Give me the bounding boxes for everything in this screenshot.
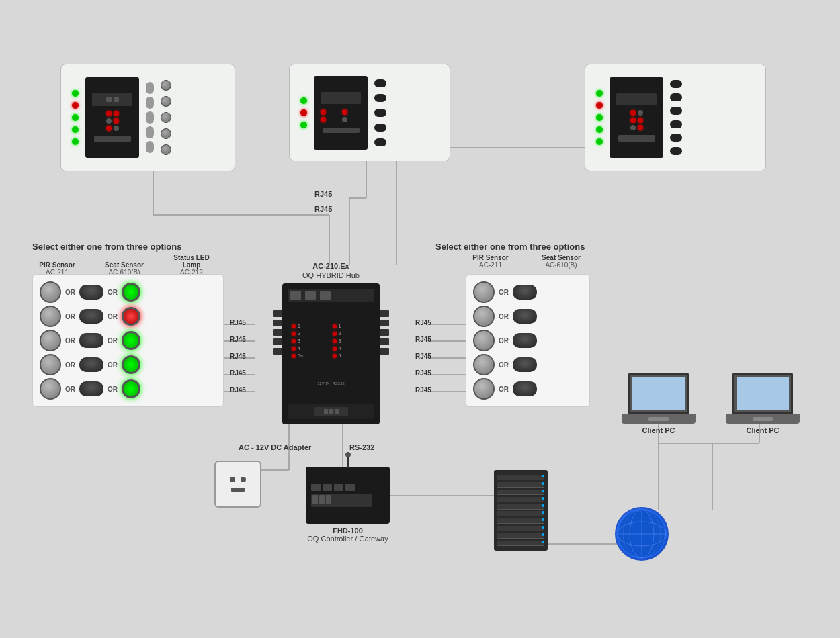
right-section-title: Select either one from three options — [435, 242, 585, 252]
center-led-green-1 — [300, 97, 307, 104]
client-pc-2: Client PC — [726, 373, 800, 435]
led-lamp-green-3 — [122, 355, 140, 374]
right-rj45-1: RJ45 — [415, 319, 431, 326]
led-green-3 — [72, 126, 79, 133]
right-seat-label: Seat Sensor — [538, 254, 585, 261]
left-section-title: Select either one from three options — [32, 242, 182, 252]
gateway-area: FHD-100 OQ Controller / Gateway — [306, 467, 390, 543]
power-source-device — [214, 461, 261, 508]
connector-4 — [161, 128, 171, 139]
rs232-label: RS-232 — [349, 443, 374, 451]
right-or-4: OR — [499, 361, 509, 369]
right-led-green-2 — [596, 114, 603, 121]
gateway-device — [306, 467, 390, 524]
or-3: OR — [65, 313, 75, 320]
top-panel-right-leds — [596, 90, 603, 145]
right-rj45-2: RJ45 — [415, 336, 431, 343]
top-panel-right — [585, 64, 766, 171]
sensor-row-2: OR OR — [40, 306, 216, 327]
server-unit-10 — [497, 541, 544, 546]
right-pir-1 — [473, 281, 495, 303]
socket-hole-1 — [230, 477, 235, 482]
server-unit-1 — [497, 475, 544, 480]
server-unit-8 — [497, 526, 544, 531]
gateway-label1: FHD-100 — [333, 527, 363, 535]
sensor-row-4: OR OR — [40, 354, 216, 375]
or-1: OR — [65, 289, 75, 296]
rj45-top1-label: RJ45 — [314, 190, 332, 198]
server-unit-2 — [497, 482, 544, 488]
right-rj45-3: RJ45 — [415, 353, 431, 360]
seat-5 — [79, 381, 103, 396]
right-or-5: OR — [499, 385, 509, 393]
or-9: OR — [65, 385, 75, 393]
central-hub-label2: OQ HYBRID Hub — [282, 271, 380, 279]
or-7: OR — [65, 361, 75, 369]
pir-5 — [40, 378, 61, 400]
right-pir-model: AC-211 — [470, 261, 511, 269]
pir-2 — [40, 306, 61, 327]
or-5: OR — [65, 337, 75, 345]
left-rj45-2: RJ45 — [230, 336, 246, 343]
pir-1 — [40, 281, 61, 303]
right-or-3: OR — [499, 337, 509, 345]
server-unit-3 — [497, 490, 544, 495]
right-or-2: OR — [499, 313, 509, 320]
led-lamp-label: Status LED Lamp — [165, 254, 218, 269]
center-oval-1 — [374, 79, 386, 87]
pir-4 — [40, 354, 61, 375]
led-green-2 — [72, 114, 79, 121]
power-source-area: Power Source — [214, 461, 261, 473]
right-sensor-row-2: OR — [473, 306, 583, 327]
center-led-red-1 — [300, 109, 307, 116]
right-oval-2 — [670, 93, 682, 101]
right-oval-4 — [670, 120, 682, 128]
left-rj45-4: RJ45 — [230, 369, 246, 377]
sensor-row-5: OR OR — [40, 378, 216, 400]
right-pir-label: PIR Sensor — [470, 254, 511, 261]
right-sensor-row-5: OR — [473, 378, 583, 400]
left-rj45-5: RJ45 — [230, 386, 246, 394]
client-pc-1-label: Client PC — [642, 426, 675, 435]
seat-4 — [79, 357, 103, 372]
server-unit-5 — [497, 504, 544, 510]
right-seat-3 — [513, 333, 537, 348]
seat-sensor-label: Seat Sensor — [104, 261, 144, 269]
right-sensor-row-4: OR — [473, 354, 583, 375]
center-oval-5 — [374, 138, 386, 146]
right-led-red-1 — [596, 102, 603, 109]
or-10: OR — [108, 385, 118, 393]
central-hub-label1: AC-210.Ex — [282, 262, 380, 270]
ac-adapter-label: AC - 12V DC Adapter — [239, 443, 311, 451]
globe-svg — [616, 508, 667, 559]
or-2: OR — [108, 289, 118, 296]
or-6: OR — [108, 337, 118, 345]
seat-1 — [79, 285, 103, 300]
sensor-row-3: OR OR — [40, 330, 216, 351]
right-led-green-1 — [596, 90, 603, 97]
server-area: Server — [507, 470, 534, 484]
antenna-tip — [345, 452, 351, 457]
right-seat-model: AC-610(B) — [538, 261, 585, 269]
right-rj45-4: RJ45 — [415, 369, 431, 377]
connector-2 — [161, 96, 171, 107]
hub-body: 1 1 2 2 3 — [282, 283, 380, 424]
gateway-label2: OQ Controller / Gateway — [307, 535, 388, 543]
server-unit-7 — [497, 518, 544, 524]
led-green-1 — [72, 90, 79, 97]
client-pc-2-label: Client PC — [747, 426, 780, 435]
seat-2 — [79, 309, 103, 324]
right-oval-5 — [670, 134, 682, 142]
client-pc-1: Client PC — [622, 373, 696, 435]
right-pir-3 — [473, 330, 495, 351]
sensor-row-1: OR OR — [40, 281, 216, 303]
rj45-top2-label: RJ45 — [314, 205, 332, 213]
left-rj45-3: RJ45 — [230, 353, 246, 360]
led-red-1 — [72, 102, 79, 109]
right-rj45-5: RJ45 — [415, 386, 431, 394]
top-panel-left-device — [85, 77, 139, 158]
led-green-4 — [72, 138, 79, 145]
left-sensor-group: OR OR OR OR OR OR OR OR — [32, 274, 224, 407]
right-sensor-row-3: OR — [473, 330, 583, 351]
center-oval-2 — [374, 94, 386, 102]
